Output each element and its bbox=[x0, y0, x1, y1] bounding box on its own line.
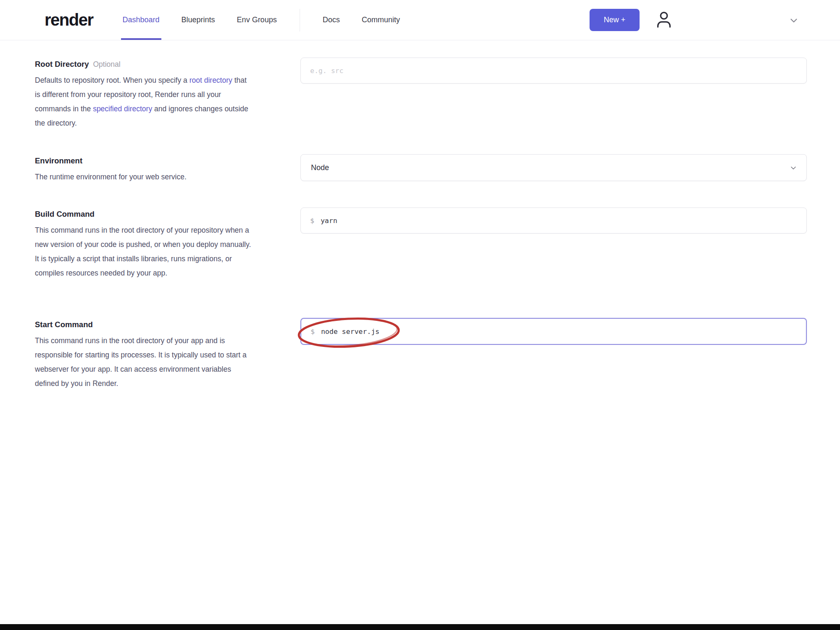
environment-description: The runtime environment for your web ser… bbox=[35, 170, 253, 184]
root-directory-field-row: Root Directory Optional Defaults to repo… bbox=[35, 55, 807, 130]
person-icon[interactable] bbox=[654, 10, 674, 30]
nav-item-docs-label: Docs bbox=[323, 16, 340, 24]
root-directory-info: Root Directory Optional Defaults to repo… bbox=[35, 55, 253, 130]
build-command-field-row: Build Command This command runs in the r… bbox=[35, 205, 807, 280]
start-command-label: Start Command bbox=[35, 320, 93, 329]
build-command-input-col: $ bbox=[300, 205, 807, 280]
nav-item-community[interactable]: Community bbox=[360, 0, 402, 40]
build-command-input[interactable] bbox=[321, 217, 797, 225]
environment-select[interactable]: Node bbox=[300, 154, 807, 181]
chevron-down-icon[interactable] bbox=[787, 15, 800, 26]
build-command-description: This command runs in the root directory … bbox=[35, 223, 253, 280]
shell-prompt-prefix: $ bbox=[311, 328, 315, 336]
environment-info: Environment The runtime environment for … bbox=[35, 151, 253, 184]
nav-item-env-groups[interactable]: Env Groups bbox=[235, 0, 279, 40]
build-command-label: Build Command bbox=[35, 210, 95, 219]
specified-directory-link[interactable]: specified directory bbox=[93, 105, 152, 113]
environment-label: Environment bbox=[35, 156, 82, 165]
nav-item-blueprints-label: Blueprints bbox=[182, 16, 215, 24]
shell-prompt-prefix: $ bbox=[310, 217, 314, 225]
bottom-letterbox-bar bbox=[0, 624, 840, 630]
nav-item-blueprints[interactable]: Blueprints bbox=[180, 0, 217, 40]
root-directory-label: Root Directory bbox=[35, 60, 89, 69]
build-command-info: Build Command This command runs in the r… bbox=[35, 205, 253, 280]
start-command-input-wrapper: $ bbox=[300, 318, 807, 345]
new-button[interactable]: New + bbox=[590, 9, 640, 31]
start-command-input[interactable] bbox=[321, 328, 797, 336]
start-command-field-row: Start Command This command runs in the r… bbox=[35, 315, 807, 391]
start-command-description: This command runs in the root directory … bbox=[35, 333, 253, 391]
build-command-input-wrapper: $ bbox=[300, 207, 807, 234]
start-command-info: Start Command This command runs in the r… bbox=[35, 315, 253, 391]
nav-item-dashboard[interactable]: Dashboard bbox=[121, 0, 161, 40]
root-directory-link[interactable]: root directory bbox=[190, 76, 232, 84]
render-logo[interactable]: render bbox=[45, 10, 93, 29]
nav-item-env-groups-label: Env Groups bbox=[237, 16, 277, 24]
environment-input-col: Node bbox=[300, 151, 807, 184]
render-settings-page: render Dashboard Blueprints Env Groups D… bbox=[0, 0, 840, 630]
chevron-down-icon bbox=[789, 164, 798, 172]
nav-divider bbox=[300, 9, 300, 32]
root-directory-optional-tag: Optional bbox=[93, 60, 121, 69]
nav-item-dashboard-label: Dashboard bbox=[123, 16, 160, 24]
nav-item-docs[interactable]: Docs bbox=[321, 0, 342, 40]
root-directory-input[interactable] bbox=[300, 58, 807, 84]
top-navigation-bar: render Dashboard Blueprints Env Groups D… bbox=[0, 0, 840, 40]
start-command-input-col: $ bbox=[300, 315, 807, 391]
nav-item-community-label: Community bbox=[362, 16, 400, 24]
root-directory-input-col bbox=[300, 55, 807, 130]
primary-nav: Dashboard Blueprints Env Groups Docs Com… bbox=[112, 0, 411, 40]
root-directory-desc-text-1: Defaults to repository root. When you sp… bbox=[35, 76, 190, 84]
root-directory-description: Defaults to repository root. When you sp… bbox=[35, 73, 253, 130]
environment-field-row: Environment The runtime environment for … bbox=[35, 151, 807, 184]
environment-selected-value: Node bbox=[311, 163, 329, 172]
